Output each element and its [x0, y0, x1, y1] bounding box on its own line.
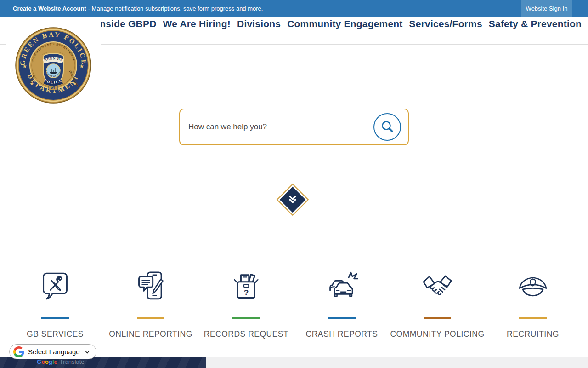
records-question-glyph: ?	[244, 288, 249, 297]
service-records-request[interactable]: ? RECORDS REQUEST	[198, 242, 294, 339]
nav-item-safety-prevention[interactable]: Safety & Prevention	[489, 18, 582, 29]
badge-state-text: WI.	[51, 86, 56, 90]
nav-item-inside-gbpd[interactable]: Inside GBPD	[97, 18, 156, 29]
service-community-policing[interactable]: COMMUNITY POLICING	[390, 242, 485, 339]
search-icon	[380, 120, 395, 134]
service-label: RECORDS REQUEST	[198, 329, 294, 339]
double-chevron-down-icon	[287, 194, 298, 205]
service-label: GB SERVICES	[7, 329, 103, 339]
quick-links-section: GB SERVICES ONLINE REPORTING ?	[0, 242, 588, 339]
scroll-down-button[interactable]	[277, 184, 307, 214]
police-hat-icon	[516, 269, 550, 303]
nav-item-community-engagement[interactable]: Community Engagement	[287, 18, 402, 29]
badge-star-left: ★	[23, 63, 28, 69]
search-bar	[179, 109, 409, 145]
service-label: ONLINE REPORTING	[103, 329, 198, 339]
phone-report-icon	[134, 269, 168, 303]
nav-item-services-forms[interactable]: Services/Forms	[409, 18, 482, 29]
account-bar-text: - Manage notification subscriptions, sav…	[88, 5, 263, 12]
gbpd-badge-logo[interactable]: GREEN BAY POLICE DEPARTMENT ★ ★ ★ ★ COMM…	[15, 27, 92, 104]
language-select[interactable]: Select Language	[9, 344, 96, 359]
language-select-value: Select Language	[28, 348, 80, 356]
records-box-icon: ?	[229, 269, 263, 303]
search-button[interactable]	[373, 113, 401, 141]
badge-star-right: ★	[79, 63, 85, 69]
badge-ship	[50, 72, 57, 74]
service-underline	[41, 317, 69, 319]
service-underline	[519, 317, 547, 319]
logo-box: GREEN BAY POLICE DEPARTMENT ★ ★ ★ ★ COMM…	[6, 17, 101, 110]
nav-list: Inside GBPD We Are Hiring! Divisions Com…	[97, 18, 582, 29]
service-label: COMMUNITY POLICING	[390, 329, 485, 339]
service-label: RECRUITING	[485, 329, 581, 339]
page: Create a Website Account - Manage notifi…	[0, 0, 588, 368]
service-underline	[424, 317, 451, 319]
car-crash-icon	[325, 269, 359, 303]
service-recruiting[interactable]: RECRUITING	[485, 242, 581, 339]
nav-item-we-are-hiring[interactable]: We Are Hiring!	[163, 18, 231, 29]
nav-item-divisions[interactable]: Divisions	[237, 18, 281, 29]
footer-gray-strip	[206, 356, 588, 368]
service-underline	[137, 317, 164, 319]
service-online-reporting[interactable]: ONLINE REPORTING	[103, 242, 198, 339]
handshake-icon	[420, 269, 454, 303]
service-gb-services[interactable]: GB SERVICES	[7, 242, 103, 339]
chevron-down-icon	[84, 349, 90, 355]
google-translate-branding: GoogleTranslate	[37, 358, 85, 365]
service-crash-reports[interactable]: CRASH REPORTS	[294, 242, 390, 339]
service-label: CRASH REPORTS	[294, 329, 390, 339]
service-underline	[328, 317, 356, 319]
google-logo-icon	[13, 346, 24, 357]
account-bar: Create a Website Account - Manage notifi…	[0, 0, 588, 17]
tools-speech-bubble-icon	[38, 269, 72, 303]
service-underline	[232, 317, 260, 319]
create-account-link[interactable]: Create a Website Account	[13, 5, 86, 12]
website-sign-in-button[interactable]: Website Sign In	[521, 0, 572, 17]
translate-word: Translate	[60, 358, 85, 365]
